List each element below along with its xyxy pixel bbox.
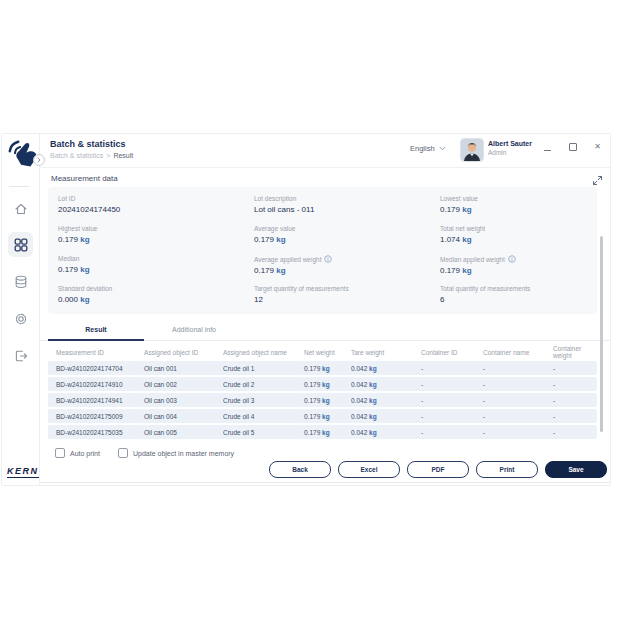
- stat-total-quantity-of-measurements: Total quantity of measurements6: [440, 285, 597, 315]
- stat-value: 0.179 kg: [440, 266, 597, 275]
- page-title: Batch & statistics: [50, 139, 126, 149]
- table-row[interactable]: BD-w24102024174941Oil can 003Crude oil 3…: [48, 393, 597, 407]
- value-number: 0.179: [254, 235, 274, 244]
- value-number: 0.042: [351, 365, 367, 372]
- breadcrumb: Batch & statistics>Result: [50, 152, 133, 159]
- table-row[interactable]: BD-w24102024175035Oil can 005Crude oil 5…: [48, 425, 597, 439]
- stat-label: Target quantity of measurements: [254, 285, 440, 292]
- avatar[interactable]: [460, 138, 484, 162]
- info-icon[interactable]: [324, 255, 332, 263]
- value-number: 1.074: [440, 235, 460, 244]
- stat-label: Total quantity of measurements: [440, 285, 597, 292]
- sidebar-item-apps[interactable]: [8, 232, 33, 257]
- auto-print-checkbox[interactable]: Auto print: [55, 448, 100, 458]
- stat-value: 0.179 kg: [58, 235, 254, 244]
- stat-lot-description: Lot descriptionLot oil cans - 011: [254, 195, 440, 225]
- checkbox-box[interactable]: [55, 448, 65, 458]
- info-icon[interactable]: [508, 255, 516, 263]
- value-number: 12: [254, 295, 263, 304]
- table-cell: Oil can 005: [144, 429, 223, 436]
- value-number: 0.179: [58, 265, 78, 274]
- table-cell: -: [553, 381, 597, 388]
- main-area: Batch & statistics Batch & statistics>Re…: [40, 134, 610, 485]
- sidebar-item-settings[interactable]: [8, 306, 33, 331]
- table-cell: Oil can 004: [144, 413, 223, 420]
- update-object-in-master-memory-checkbox[interactable]: Update object in master memory: [118, 448, 234, 458]
- value-number: 0.042: [351, 397, 367, 404]
- value-number: 0.042: [351, 381, 367, 388]
- table-cell: 0.179 kg: [304, 413, 351, 420]
- minimize-button[interactable]: [543, 141, 552, 153]
- value-number: 0.179: [304, 429, 320, 436]
- expand-panel-icon[interactable]: [592, 172, 603, 183]
- save-button[interactable]: Save: [545, 461, 607, 478]
- stat-lot-id: Lot ID20241024174450: [58, 195, 254, 225]
- column-header-measurement-id: Measurement ID: [56, 349, 144, 356]
- language-selected: English: [410, 144, 435, 153]
- table-cell: -: [483, 365, 553, 372]
- breadcrumb-parent[interactable]: Batch & statistics: [50, 152, 103, 159]
- table-cell: Oil can 003: [144, 397, 223, 404]
- value-unit: kg: [320, 365, 329, 372]
- table-cell: 0.042 kg: [351, 429, 421, 436]
- table-row[interactable]: BD-w24102024174704Oil can 001Crude oil 1…: [48, 361, 597, 375]
- pdf-button[interactable]: PDF: [407, 461, 469, 478]
- table-cell: BD-w24102024174704: [56, 365, 144, 372]
- sidebar-item-logout[interactable]: [8, 343, 33, 368]
- column-header-container-name: Container name: [483, 349, 553, 356]
- sidebar-item-database[interactable]: [8, 269, 33, 294]
- excel-button[interactable]: Excel: [338, 461, 400, 478]
- chevron-down-icon: [439, 146, 446, 151]
- back-button[interactable]: Back: [269, 461, 331, 478]
- table-cell: BD-w24102024174941: [56, 397, 144, 404]
- value-unit: kg: [367, 397, 376, 404]
- value-number: 0.179: [304, 397, 320, 404]
- table-cell: Crude oil 4: [223, 413, 304, 420]
- table-cell: Crude oil 5: [223, 429, 304, 436]
- home-icon: [14, 202, 28, 216]
- table-cell: 0.179 kg: [304, 381, 351, 388]
- table-cell: -: [483, 413, 553, 420]
- print-button[interactable]: Print: [476, 461, 538, 478]
- database-icon: [14, 275, 28, 289]
- table-cell: 0.042 kg: [351, 381, 421, 388]
- table-cell: 0.179 kg: [304, 429, 351, 436]
- value-number: 0.042: [351, 429, 367, 436]
- value-number: 0.179: [58, 235, 78, 244]
- stats-grid: Lot ID20241024174450Lot descriptionLot o…: [48, 187, 597, 314]
- table-row[interactable]: BD-w24102024174910Oil can 002Crude oil 2…: [48, 377, 597, 391]
- maximize-button[interactable]: [568, 141, 577, 153]
- value-unit: kg: [460, 235, 472, 244]
- vertical-scrollbar[interactable]: [600, 236, 603, 432]
- stat-label: Lot description: [254, 195, 440, 202]
- table-cell: Crude oil 2: [223, 381, 304, 388]
- table-row[interactable]: BD-w24102024175009Oil can 004Crude oil 4…: [48, 409, 597, 423]
- sidebar-collapse-toggle[interactable]: [33, 154, 45, 166]
- close-button[interactable]: ✕: [593, 141, 602, 153]
- stat-value: 1.074 kg: [440, 235, 597, 244]
- value-unit: kg: [274, 235, 286, 244]
- language-dropdown[interactable]: English: [410, 144, 446, 153]
- gear-icon: [14, 312, 28, 326]
- tabs-bar: Result Additional info: [40, 320, 610, 341]
- apps-grid-icon: [14, 238, 28, 252]
- stat-highest-value: Highest value0.179 kg: [58, 225, 254, 255]
- stat-value: 6: [440, 295, 597, 304]
- column-header-container-id: Container ID: [421, 349, 483, 356]
- table-cell: -: [421, 413, 483, 420]
- sidebar-item-home[interactable]: [8, 196, 33, 221]
- column-header-net-weight: Net weight: [304, 349, 351, 356]
- column-header-container-weight: Container weight: [553, 345, 597, 359]
- value-unit: kg: [78, 265, 90, 274]
- value-unit: kg: [367, 365, 376, 372]
- table-cell: -: [553, 429, 597, 436]
- tab-result[interactable]: Result: [48, 320, 144, 341]
- checkbox-box[interactable]: [118, 448, 128, 458]
- tab-additional-info[interactable]: Additional info: [144, 320, 244, 339]
- stat-standard-deviation: Standard deviation0.000 kg: [58, 285, 254, 315]
- stat-lowest-value: Lowest value0.179 kg: [440, 195, 597, 225]
- value-unit: kg: [460, 205, 472, 214]
- stat-median-applied-weight: Median applied weight0.179 kg: [440, 255, 597, 285]
- value-unit: kg: [78, 295, 90, 304]
- checkbox-label: Auto print: [70, 450, 100, 457]
